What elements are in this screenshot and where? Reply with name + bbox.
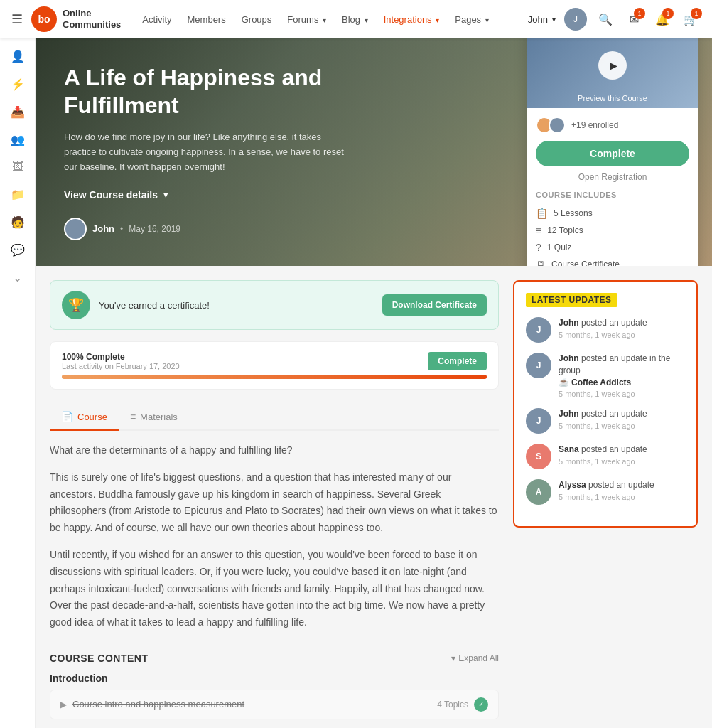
brand: bo Online Communities bbox=[31, 6, 121, 32]
include-certificate: 🖥 Course Certificate bbox=[536, 256, 689, 266]
nav-blog[interactable]: Blog ▾ bbox=[335, 10, 375, 29]
nav-links: Activity Members Groups Forums ▾ Blog ▾ … bbox=[135, 10, 527, 29]
course-preview-image: ▶ Preview this Course bbox=[527, 38, 698, 108]
update-time-3: 5 months, 1 week ago bbox=[559, 457, 685, 466]
lessons-icon: 📋 bbox=[536, 208, 548, 219]
nav-integrations[interactable]: Integrations ▾ bbox=[377, 10, 447, 29]
update-item-4: A Alyssa posted an update 5 months, 1 we… bbox=[526, 479, 685, 505]
hero-description: How do we find more joy in our life? Lik… bbox=[64, 130, 348, 174]
expand-all-button[interactable]: ▾ Expand All bbox=[451, 653, 499, 663]
certificate-icon: 🖥 bbox=[536, 259, 546, 266]
sidebar-chevron-icon[interactable]: ⌄ bbox=[13, 271, 22, 284]
update-content-1: John posted an update in the group ☕Coff… bbox=[559, 353, 685, 398]
sidebar-inbox-icon[interactable]: 📥 bbox=[11, 105, 25, 119]
topics-icon: ≡ bbox=[536, 225, 541, 236]
update-item-2: J John posted an update 5 months, 1 week… bbox=[526, 408, 685, 434]
update-item-3: S Sana posted an update 5 months, 1 week… bbox=[526, 444, 685, 469]
update-item-1: J John posted an update in the group ☕Co… bbox=[526, 353, 685, 398]
course-card-body: +19 enrolled Complete Open Registration … bbox=[527, 108, 698, 266]
user-menu[interactable]: John ▾ bbox=[528, 14, 556, 25]
preview-label: Preview this Course bbox=[578, 94, 647, 102]
hamburger-icon[interactable]: ☰ bbox=[11, 11, 23, 27]
author-avatar bbox=[64, 218, 87, 240]
progress-label: 100% Complete bbox=[62, 352, 180, 362]
progress-complete-button[interactable]: Complete bbox=[428, 352, 487, 370]
chevron-down-icon: ▾ bbox=[163, 190, 168, 200]
include-topics: ≡ 12 Topics bbox=[536, 222, 689, 239]
update-time-4: 5 months, 1 week ago bbox=[559, 493, 685, 501]
course-preview-card: ▶ Preview this Course +19 enrolled Compl… bbox=[527, 38, 698, 266]
download-certificate-button[interactable]: Download Certificate bbox=[382, 294, 487, 316]
sidebar: 👤 ⚡ 📥 👥 🖼 📁 🧑 💬 ⌄ bbox=[0, 38, 36, 728]
tab-course[interactable]: 📄 Course bbox=[50, 404, 119, 431]
update-content-0: John posted an update 5 months, 1 week a… bbox=[559, 317, 685, 339]
navbar: ☰ bo Online Communities Activity Members… bbox=[0, 0, 712, 38]
progress-box: 100% Complete Last activity on February … bbox=[50, 341, 499, 390]
right-panel: LATEST UPDATES J John posted an update 5… bbox=[513, 280, 698, 719]
update-avatar-4: A bbox=[526, 479, 551, 505]
update-time-1: 5 months, 1 week ago bbox=[559, 390, 685, 398]
cart-badge: 1 bbox=[691, 8, 702, 19]
play-small-icon: ▶ bbox=[60, 700, 67, 710]
course-content-section: COURSE CONTENT ▾ Expand All Introduction… bbox=[50, 653, 499, 719]
certificate-banner: 🏆 You've earned a certificate! Download … bbox=[50, 280, 499, 330]
update-text-1: John posted an update in the group ☕Coff… bbox=[559, 353, 685, 388]
brand-logo: bo bbox=[31, 6, 57, 32]
messages-badge: 1 bbox=[634, 8, 645, 19]
update-content-3: Sana posted an update 5 months, 1 week a… bbox=[559, 444, 685, 466]
user-avatar[interactable]: J bbox=[564, 8, 587, 31]
nav-groups[interactable]: Groups bbox=[234, 10, 279, 29]
play-icon: ▶ bbox=[610, 60, 617, 71]
sidebar-activity-icon[interactable]: ⚡ bbox=[11, 77, 25, 91]
nav-members[interactable]: Members bbox=[180, 10, 233, 29]
update-time-2: 5 months, 1 week ago bbox=[559, 422, 685, 430]
update-content-2: John posted an update 5 months, 1 week a… bbox=[559, 408, 685, 430]
open-registration: Open Registration bbox=[536, 172, 689, 182]
search-icon[interactable]: 🔍 bbox=[595, 9, 615, 29]
brand-name: Online Communities bbox=[63, 8, 121, 30]
tab-materials[interactable]: ≡ Materials bbox=[119, 404, 189, 431]
sidebar-groups-icon[interactable]: 👥 bbox=[11, 133, 25, 146]
messages-icon[interactable]: ✉ 1 bbox=[624, 9, 644, 29]
section-header: COURSE CONTENT ▾ Expand All bbox=[50, 653, 499, 664]
main-content: A Life of Happiness and Fulfillment How … bbox=[36, 38, 712, 728]
update-avatar-0: J bbox=[526, 317, 551, 343]
certificate-icon: 🏆 bbox=[62, 291, 90, 319]
progress-bar bbox=[62, 375, 487, 379]
course-content-text: What are the determinants of a happy and… bbox=[50, 442, 499, 631]
hero-section: A Life of Happiness and Fulfillment How … bbox=[36, 38, 712, 266]
sidebar-media-icon[interactable]: 🖼 bbox=[12, 161, 23, 173]
update-text-2: John posted an update bbox=[559, 408, 685, 420]
course-item-title: Course intro and happiness measurement bbox=[72, 699, 244, 710]
play-button[interactable]: ▶ bbox=[598, 51, 627, 80]
complete-button[interactable]: Complete bbox=[536, 141, 689, 166]
update-text-4: Alyssa posted an update bbox=[559, 479, 685, 491]
update-time-0: 5 months, 1 week ago bbox=[559, 331, 685, 339]
nav-forums[interactable]: Forums ▾ bbox=[280, 10, 333, 29]
enrolled-avatars bbox=[536, 117, 566, 134]
topic-count: 4 Topics bbox=[437, 700, 468, 710]
include-quiz: ? 1 Quiz bbox=[536, 239, 689, 256]
intro-title: Introduction bbox=[50, 673, 499, 684]
sidebar-person-icon[interactable]: 🧑 bbox=[11, 215, 25, 229]
progress-header: 100% Complete Last activity on February … bbox=[62, 352, 487, 370]
hero-content: A Life of Happiness and Fulfillment How … bbox=[36, 38, 377, 266]
update-avatar-2: J bbox=[526, 408, 551, 434]
sidebar-folder-icon[interactable]: 📁 bbox=[11, 188, 25, 201]
hero-author: John • May 16, 2019 bbox=[64, 218, 348, 240]
sidebar-user-icon[interactable]: 👤 bbox=[11, 50, 25, 63]
hero-title: A Life of Happiness and Fulfillment bbox=[64, 64, 348, 119]
latest-updates-title: LATEST UPDATES bbox=[526, 293, 617, 307]
view-course-button[interactable]: View Course details ▾ bbox=[64, 189, 168, 200]
nav-pages[interactable]: Pages ▾ bbox=[448, 10, 496, 29]
notifications-badge: 1 bbox=[662, 8, 674, 19]
sidebar-chat-icon[interactable]: 💬 bbox=[11, 243, 25, 257]
course-item-left: ▶ Course intro and happiness measurement bbox=[60, 699, 244, 710]
nav-activity[interactable]: Activity bbox=[135, 10, 178, 29]
course-item-right: 4 Topics ✓ bbox=[437, 697, 488, 712]
course-tab-icon: 📄 bbox=[61, 411, 73, 422]
update-content-4: Alyssa posted an update 5 months, 1 week… bbox=[559, 479, 685, 501]
content-area: 🏆 You've earned a certificate! Download … bbox=[50, 280, 499, 719]
notifications-icon[interactable]: 🔔 1 bbox=[652, 9, 672, 29]
cart-icon[interactable]: 🛒 1 bbox=[681, 9, 701, 29]
